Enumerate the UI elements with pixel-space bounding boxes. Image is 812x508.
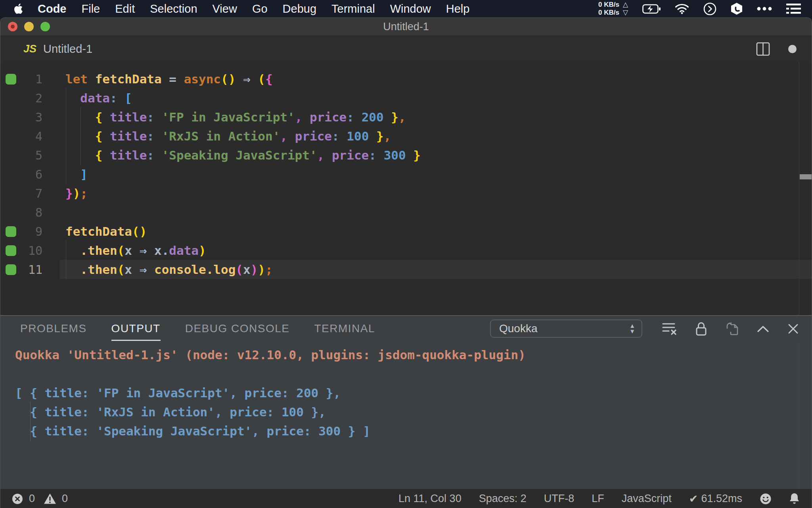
code-text: { title: 'FP in JavaScript', price: 200 … — [65, 108, 406, 127]
line-number: 7 — [21, 187, 42, 200]
code-line-7[interactable]: 7}); — [0, 184, 812, 203]
menu-items: CodeFileEditSelectionViewGoDebugTerminal… — [30, 2, 477, 15]
menu-edit[interactable]: Edit — [107, 2, 142, 15]
indent-guide — [66, 107, 66, 127]
panel-tab-debug-console[interactable]: DEBUG CONSOLE — [184, 316, 291, 341]
line-number: 2 — [21, 91, 42, 105]
warnings-count: 0 — [62, 493, 68, 505]
panel-tab-output[interactable]: OUTPUT — [111, 316, 161, 341]
warnings-icon — [44, 493, 56, 504]
errors-count: 0 — [29, 493, 35, 505]
check-icon: ✔ — [689, 493, 698, 505]
code-line-9[interactable]: 9fetchData() — [0, 222, 812, 241]
unsaved-changes-dot[interactable] — [788, 45, 797, 53]
code-line-2[interactable]: 2 data: [ — [0, 89, 812, 108]
code-editor[interactable]: 1let fetchData = async() ⇒ ({2 data: [3 … — [0, 62, 812, 315]
menu-left: CodeFileEditSelectionViewGoDebugTerminal… — [12, 2, 477, 15]
gutter — [0, 127, 21, 146]
lock-scroll-icon[interactable] — [695, 321, 707, 336]
code-line-10[interactable]: 10 .then(x ⇒ x.data) — [0, 241, 812, 260]
gutter — [0, 165, 21, 184]
maximize-panel-icon[interactable] — [757, 325, 769, 333]
status-bar: 0 0 Ln 11, Col 30 Spaces: 2 UTF-8 LF Jav… — [0, 489, 812, 508]
menu-go[interactable]: Go — [245, 2, 275, 15]
code-line-1[interactable]: 1let fetchData = async() ⇒ ({ — [0, 69, 812, 89]
code-line-5[interactable]: 5 { title: 'Speaking JavaScript', price:… — [0, 146, 812, 165]
code-line-3[interactable]: 3 { title: 'FP in JavaScript', price: 20… — [0, 108, 812, 127]
window-title: Untitled-1 — [0, 21, 812, 33]
feedback-smiley-icon[interactable] — [760, 493, 772, 505]
code-text: fetchData() — [65, 222, 147, 241]
output-content[interactable]: Quokka 'Untitled-1.js' (node: v12.10.0, … — [0, 341, 812, 441]
bottom-panel: PROBLEMSOUTPUTDEBUG CONSOLETERMINAL Quok… — [0, 315, 812, 489]
code-lines: 1let fetchData = async() ⇒ ({2 data: [3 … — [0, 69, 812, 279]
window-titlebar[interactable]: Untitled-1 — [0, 18, 812, 35]
panel-scrollbar[interactable] — [799, 342, 812, 489]
javascript-file-icon: JS — [23, 43, 36, 55]
line-number: 6 — [21, 167, 42, 181]
menu-code[interactable]: Code — [30, 2, 74, 15]
split-editor-icon[interactable] — [756, 42, 770, 56]
minimize-window-button[interactable] — [24, 22, 34, 31]
code-text: { title: 'RxJS in Action', price: 100 }, — [65, 127, 391, 146]
network-down-speed: 0 KB/s — [598, 9, 619, 17]
time-machine-icon[interactable] — [703, 2, 716, 15]
indentation-setting[interactable]: Spaces: 2 — [479, 493, 527, 505]
output-channel-value: Quokka — [499, 322, 538, 335]
language-mode[interactable]: JavaScript — [622, 493, 672, 505]
cursor-position[interactable]: Ln 11, Col 30 — [398, 493, 462, 505]
open-file-name[interactable]: Untitled-1 — [43, 42, 92, 56]
menu-help[interactable]: Help — [439, 2, 477, 15]
output-indent-guide — [30, 421, 31, 441]
menu-file[interactable]: File — [74, 2, 108, 15]
indent-guide — [66, 126, 66, 146]
output-channel-select[interactable]: Quokka ▲ ▼ — [490, 319, 642, 338]
open-output-in-editor-icon[interactable] — [726, 321, 739, 336]
code-line-11[interactable]: 11 .then(x ⇒ console.log(x)); — [0, 260, 812, 279]
zoom-window-button[interactable] — [40, 22, 50, 31]
editor-actions — [756, 42, 797, 56]
menu-view[interactable]: View — [205, 2, 245, 15]
code-line-4[interactable]: 4 { title: 'RxJS in Action', price: 100 … — [0, 127, 812, 146]
code-line-6[interactable]: 6 ] — [0, 165, 812, 184]
traffic-lights — [0, 22, 50, 31]
problems-status[interactable]: 0 0 — [11, 493, 68, 505]
panel-tab-problems[interactable]: PROBLEMS — [19, 316, 88, 341]
notifications-bell-icon[interactable] — [789, 493, 800, 505]
menu-window[interactable]: Window — [383, 2, 439, 15]
quokka-coverage-marker — [0, 260, 21, 279]
menu-debug[interactable]: Debug — [275, 2, 324, 15]
editor-title-row: JS Untitled-1 — [0, 35, 812, 62]
menu-terminal[interactable]: Terminal — [324, 2, 383, 15]
macos-menu-bar: CodeFileEditSelectionViewGoDebugTerminal… — [0, 0, 812, 17]
line-number: 9 — [21, 225, 42, 239]
wifi-icon[interactable] — [675, 3, 689, 14]
network-speed-indicator[interactable]: 0 KB/s 0 KB/s △ ▽ — [598, 1, 628, 17]
close-panel-icon[interactable] — [787, 323, 799, 335]
indent-guide — [66, 240, 66, 261]
errors-icon — [11, 493, 23, 505]
output-line: { title: 'RxJS in Action', price: 100 }, — [15, 402, 812, 421]
quokka-perf[interactable]: ✔ 61.52ms — [689, 493, 742, 505]
clear-output-icon[interactable] — [662, 322, 677, 335]
battery-icon[interactable] — [642, 4, 661, 14]
code-line-8[interactable]: 8 — [0, 203, 812, 222]
indent-guide — [80, 126, 81, 146]
scrollbar-marker — [800, 174, 812, 179]
app-cube-icon[interactable] — [731, 2, 743, 15]
menu-selection[interactable]: Selection — [142, 2, 205, 15]
apple-icon[interactable] — [12, 3, 24, 15]
close-window-button[interactable] — [8, 22, 17, 31]
code-text: }); — [65, 184, 88, 203]
editor-scrollbar[interactable] — [799, 62, 812, 315]
output-line: [ { title: 'FP in JavaScript', price: 20… — [15, 383, 812, 402]
list-menu-icon[interactable] — [786, 3, 801, 14]
code-text: data: [ — [65, 89, 132, 108]
panel-tab-terminal[interactable]: TERMINAL — [314, 316, 376, 341]
indent-guide — [80, 145, 81, 165]
line-number: 1 — [21, 72, 42, 86]
file-encoding[interactable]: UTF-8 — [544, 493, 575, 505]
eol-setting[interactable]: LF — [592, 493, 604, 505]
output-line: Quokka 'Untitled-1.js' (node: v12.10.0, … — [15, 345, 812, 364]
more-dots-icon[interactable] — [757, 7, 772, 11]
